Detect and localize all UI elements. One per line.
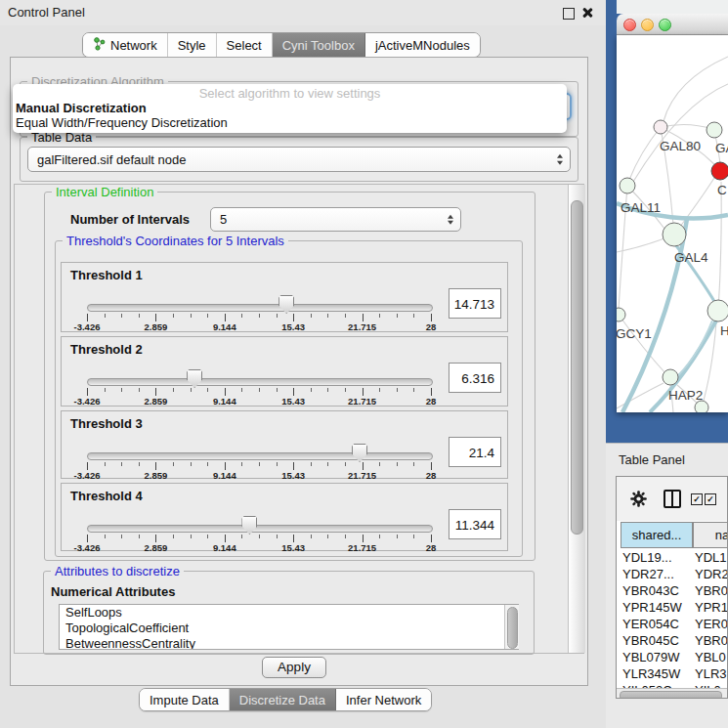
threshold-value-input[interactable]: 11.344	[449, 509, 501, 539]
tab-style[interactable]: Style	[168, 33, 217, 57]
float-panel-icon[interactable]	[563, 8, 575, 20]
attributes-scrollbar[interactable]	[504, 605, 519, 649]
columns-icon[interactable]	[664, 490, 681, 508]
table-row[interactable]: YPR145WYPR1	[617, 599, 728, 616]
algorithm-option-manual-discretization[interactable]: Manual Discretization	[13, 101, 567, 115]
network-window-titlebar	[617, 14, 728, 35]
table-row[interactable]: YDL19...YDL1	[617, 549, 728, 566]
minimize-window-icon[interactable]	[641, 19, 654, 31]
threshold-value-input[interactable]: 21.4	[449, 437, 501, 467]
slider-tick	[345, 535, 346, 538]
node-label: GAL4	[674, 250, 708, 265]
table-cell: YDL19...	[622, 549, 695, 566]
slider-tick	[327, 535, 328, 538]
panel-scrollbar-thumb[interactable]	[571, 200, 583, 535]
slider-tick	[379, 314, 380, 318]
control-panel-titlebar: Control Panel	[0, 0, 606, 25]
close-panel-icon[interactable]	[581, 7, 593, 19]
threshold-value-input[interactable]: 6.316	[449, 363, 501, 393]
threshold-panel-4: Threshold 4-3.4262.8599.14415.4321.71528…	[61, 483, 508, 551]
zoom-window-icon[interactable]	[659, 19, 671, 31]
numerical-attributes-list[interactable]: SelfLoopsTopologicalCoefficientBetweenne…	[59, 604, 519, 650]
tab-impute-data[interactable]: Impute Data	[140, 689, 230, 710]
close-window-icon[interactable]	[623, 19, 636, 31]
table-cell: YBR043C	[622, 582, 695, 599]
node-label: GAL80	[660, 139, 701, 153]
slider-tick	[105, 462, 106, 466]
slider-track[interactable]	[87, 378, 433, 386]
numerical-attribute-item[interactable]: BetweennessCentrality	[60, 636, 518, 650]
table-row[interactable]: YLR345WYLR3	[617, 665, 728, 682]
tab-cyni-toolbox[interactable]: Cyni Toolbox	[273, 33, 365, 57]
slider-track[interactable]	[87, 452, 433, 460]
node-label: HAP2	[668, 388, 703, 403]
table-hscrollbar-thumb[interactable]	[620, 691, 722, 699]
table-row[interactable]: YBR043CYBR0	[617, 582, 728, 599]
column-header-1[interactable]: shared...	[621, 522, 693, 548]
slider-tick	[363, 462, 364, 470]
network-canvas[interactable]: GAL80GACGAL11GAL4GCY1HHAP2	[617, 35, 728, 412]
slider-tick	[173, 535, 174, 538]
table-hscrollbar[interactable]	[617, 688, 727, 699]
slider-tick	[241, 388, 242, 392]
table-row[interactable]: YER054CYER0	[617, 616, 728, 632]
algorithm-option-equal-width-frequency-discretization[interactable]: Equal Width/Frequency Discretization	[13, 115, 567, 130]
network-node-gcy1[interactable]	[617, 308, 625, 321]
slider-tick	[139, 462, 140, 466]
slider-tick	[293, 535, 294, 542]
slider-tick	[225, 462, 226, 470]
network-node[interactable]	[695, 401, 708, 412]
attributes-scrollbar-thumb[interactable]	[507, 607, 518, 649]
network-node-h[interactable]	[707, 300, 728, 321]
slider-track[interactable]	[87, 304, 433, 312]
slider-tick	[327, 388, 328, 392]
threshold-label: Threshold 1	[70, 268, 143, 282]
table-cell: YDR2	[695, 566, 728, 582]
column-header-2[interactable]: na	[693, 522, 728, 548]
tab-network[interactable]: Network	[83, 33, 168, 57]
network-node-hap2[interactable]	[663, 369, 678, 385]
threshold-panel-1: Threshold 1-3.4262.8599.14415.4321.71528…	[61, 262, 508, 332]
table-row[interactable]: YBL079WYBL0	[617, 649, 728, 665]
slider-tick	[397, 388, 398, 392]
tick-label: 9.144	[213, 542, 236, 553]
gear-icon[interactable]	[630, 491, 647, 507]
network-node-ga[interactable]	[707, 122, 722, 138]
slider-tick	[121, 388, 122, 392]
top-tab-strip: NetworkStyleSelectCyni ToolboxjActiveMNo…	[82, 32, 481, 58]
slider-track[interactable]	[87, 525, 433, 533]
apply-button[interactable]: Apply	[262, 657, 326, 678]
threshold-value-input[interactable]: 14.713	[449, 288, 501, 319]
checkbox-icon[interactable]: ✓	[705, 493, 716, 505]
tick-label: 9.144	[213, 321, 236, 332]
slider-tick	[139, 314, 140, 318]
tab-select[interactable]: Select	[217, 33, 273, 57]
tab-jactivemnodules[interactable]: jActiveMNodules	[365, 33, 480, 57]
threshold-label: Threshold 4	[70, 489, 143, 503]
numerical-attribute-item[interactable]: SelfLoops	[60, 605, 518, 621]
tick-label: -3.426	[74, 396, 101, 407]
network-node-gal80[interactable]	[654, 120, 667, 134]
tab-label: Impute Data	[150, 693, 219, 707]
network-node-gal4[interactable]	[663, 223, 686, 246]
numerical-attribute-item[interactable]: TopologicalCoefficient	[60, 621, 518, 636]
table-row[interactable]: YDR27...YDR2	[617, 566, 728, 582]
network-node-c[interactable]	[711, 162, 728, 180]
node-label: GAL11	[621, 200, 661, 215]
slider-tick	[345, 314, 346, 318]
network-node-gal11[interactable]	[620, 178, 635, 193]
slider-tick	[277, 462, 278, 466]
num-intervals-select[interactable]: 5	[210, 207, 461, 232]
table-data-select[interactable]: galFiltered.sif default node	[27, 147, 571, 172]
table-cell: YDL1	[695, 549, 728, 566]
slider-tick	[105, 314, 106, 318]
checkbox-icon[interactable]: ✓	[691, 493, 703, 505]
tab-infer-network[interactable]: Infer Network	[336, 689, 431, 710]
node-label: C	[717, 183, 727, 197]
tick-label: 15.43	[281, 542, 305, 553]
panel-scrollbar[interactable]	[568, 185, 585, 653]
tab-discretize-data[interactable]: Discretize Data	[230, 689, 336, 710]
slider-tick	[259, 535, 260, 538]
slider-tick	[413, 388, 414, 392]
table-row[interactable]: YBR045CYBR0	[617, 632, 728, 649]
